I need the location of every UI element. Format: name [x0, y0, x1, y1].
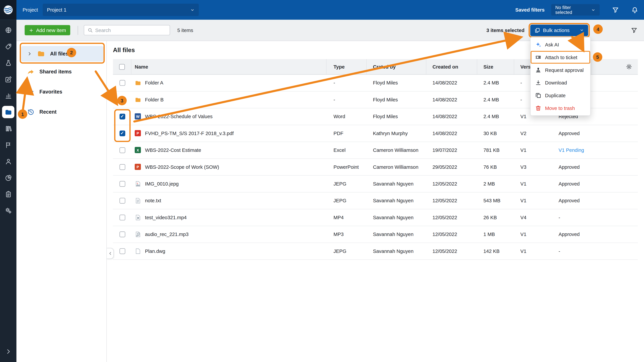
col-name[interactable]: Name	[132, 59, 326, 74]
books-icon	[5, 125, 12, 132]
row-menu-icon[interactable]	[624, 147, 630, 153]
sidebar-item-pie[interactable]	[0, 169, 16, 186]
sidebar-item-chart[interactable]	[0, 87, 16, 104]
sidebar-item-flag[interactable]	[0, 137, 16, 153]
trash-icon	[535, 105, 541, 111]
row-checkbox[interactable]	[119, 181, 125, 187]
sidebar-item-flask[interactable]	[0, 55, 16, 71]
bulk-actions-button[interactable]: Bulk actions	[530, 24, 588, 36]
row-menu-icon[interactable]	[624, 181, 630, 187]
table-row[interactable]: XWBS-2022-Cost Estimate Excel Cameron Wi…	[113, 142, 638, 159]
row-checkbox[interactable]	[119, 164, 125, 170]
row-menu-icon[interactable]	[624, 164, 630, 170]
table-row[interactable]: PWBS-2022-Scope of Work (SOW) PowerPoint…	[113, 159, 638, 176]
cell-version: V3	[514, 159, 546, 175]
row-menu-icon[interactable]	[624, 231, 630, 238]
sparkle-icon	[535, 41, 541, 48]
search-input[interactable]	[95, 27, 166, 33]
menu-item-duplicate[interactable]: Duplicate	[531, 89, 590, 102]
row-checkbox[interactable]	[119, 248, 125, 254]
table-row[interactable]: note.txt JEPG Savannah Nguyen 12/05/2022…	[113, 193, 638, 209]
row-checkbox[interactable]	[119, 114, 125, 119]
chevron-expand-icon[interactable]	[27, 51, 32, 56]
sidebar-item-all-files[interactable]: All files	[21, 46, 104, 61]
row-menu-icon[interactable]	[624, 215, 630, 221]
menu-item-request-approval[interactable]: Request approval	[531, 64, 590, 76]
cell-size: 30 KB	[477, 125, 514, 142]
menu-item-download[interactable]: Download	[531, 76, 590, 89]
sidebar-item-globe[interactable]	[0, 22, 16, 38]
cell-approval[interactable]: V1 Pending	[546, 142, 591, 158]
col-type[interactable]: Type	[326, 59, 367, 74]
saved-filters-label: Saved filters	[515, 7, 545, 13]
table-filter-icon[interactable]	[631, 27, 638, 33]
cell-version: V1	[514, 226, 546, 243]
table-row[interactable]: PFVHD_PS-TM_S/S 2017-F 2018_v.3.pdf PDF …	[113, 125, 638, 142]
col-created-on[interactable]: Created on	[426, 59, 477, 74]
row-checkbox[interactable]	[119, 131, 125, 136]
table-row[interactable]: audio_rec_221.mp3 MP3 Savannah Nguyen 12…	[113, 226, 638, 243]
project-selector-value: Project 1	[47, 7, 66, 13]
sidebar-item-shared-items[interactable]: Shared items	[16, 61, 106, 82]
row-menu-icon[interactable]	[624, 198, 630, 204]
cell-type: PDF	[326, 125, 367, 142]
row-checkbox[interactable]	[119, 80, 125, 86]
rail-expand-button[interactable]	[0, 343, 16, 360]
add-new-item-button[interactable]: Add new item	[25, 25, 70, 35]
cell-type: JEPG	[326, 243, 367, 259]
cell-size: 2.4 MB	[477, 108, 514, 125]
row-menu-icon[interactable]	[624, 113, 630, 120]
row-checkbox[interactable]	[119, 97, 125, 103]
row-menu-icon[interactable]	[624, 130, 630, 137]
sidebar-item-clipboard[interactable]	[0, 186, 16, 202]
sidebar-item-person[interactable]	[0, 153, 16, 169]
sidebar-item-edit[interactable]	[0, 71, 16, 87]
panel-collapse-button[interactable]	[107, 248, 114, 259]
tag-icon	[5, 43, 12, 50]
table-row[interactable]: IMG_0010.jepg JEPG Savannah Nguyen 12/05…	[113, 176, 638, 192]
toolbar-right: 3 items selected Bulk actions	[486, 24, 638, 36]
app-logo[interactable]	[0, 0, 16, 20]
folder-icon	[135, 80, 141, 86]
sidebar-item-gears[interactable]	[0, 202, 16, 219]
cell-created-on: 12/05/2022	[426, 243, 477, 259]
row-menu-icon[interactable]	[624, 248, 630, 254]
cell-version: V4	[514, 209, 546, 226]
sidebar-item-books[interactable]	[0, 120, 16, 137]
cell-created-by: Savannah Nguyen	[367, 176, 426, 192]
col-created-by[interactable]: Crated by	[367, 59, 426, 74]
menu-item-ask-ai[interactable]: Ask AI	[531, 38, 590, 51]
menu-item-move-to-trash[interactable]: Move to trash	[531, 102, 590, 114]
folder-icon	[5, 109, 12, 116]
sidebar-item-recent[interactable]: Recent	[16, 102, 106, 122]
table-row[interactable]: Plan.dwg JEPG Savannah Nguyen 12/05/2022…	[113, 243, 638, 260]
select-all-checkbox[interactable]	[119, 64, 125, 69]
row-checkbox[interactable]	[119, 215, 125, 220]
table-row[interactable]: test_video321.mp4 MP4 Savannah Nguyen 12…	[113, 209, 638, 226]
saved-filter-selector[interactable]: No filter selected	[551, 4, 600, 15]
file-name: Plan.dwg	[145, 248, 165, 254]
toolbar-divider	[78, 26, 78, 35]
table-settings-icon[interactable]	[626, 64, 632, 70]
row-menu-icon[interactable]	[624, 97, 630, 103]
project-selector[interactable]: Project 1	[43, 4, 199, 16]
cell-created-by: Savannah Nguyen	[367, 209, 426, 226]
menu-item-attach-to-ticket[interactable]: Attach to ticket	[531, 51, 590, 64]
excel-file-icon: X	[135, 147, 141, 153]
selected-count: 3 items selected	[486, 27, 524, 33]
col-size[interactable]: Size	[477, 59, 514, 74]
cell-version: V1	[514, 193, 546, 209]
filter-icon[interactable]	[612, 6, 619, 13]
sidebar-item-tag[interactable]	[0, 38, 16, 55]
row-menu-icon[interactable]	[624, 80, 630, 86]
notifications-icon[interactable]	[631, 6, 638, 13]
cell-created-by: Savannah Nguyen	[367, 243, 426, 259]
sidebar-item-folder[interactable]	[2, 106, 14, 118]
row-checkbox[interactable]	[119, 147, 125, 153]
row-checkbox[interactable]	[119, 231, 125, 237]
file-name: WBS-2022-Schedule of Values	[145, 114, 212, 119]
sidebar-item-favorites[interactable]: Favorites	[16, 82, 106, 102]
chevron-right-icon	[5, 348, 12, 355]
row-checkbox[interactable]	[119, 198, 125, 203]
cell-created-on: 14/08/2022	[426, 91, 477, 108]
